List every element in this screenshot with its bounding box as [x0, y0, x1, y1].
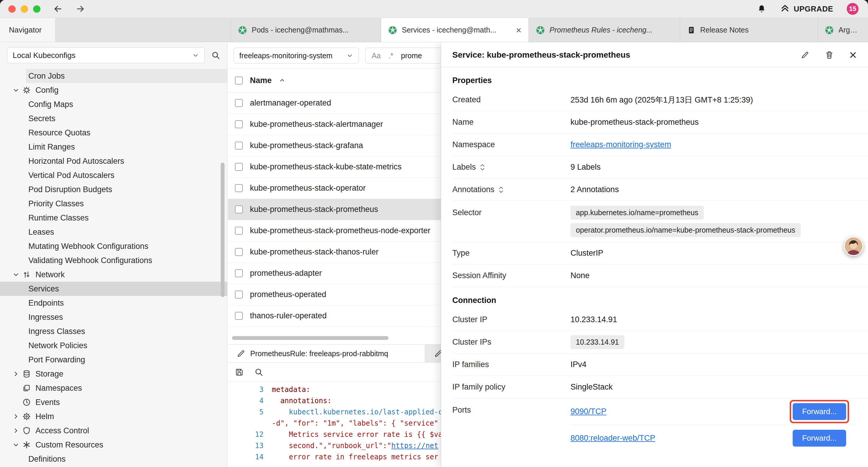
tab-pods-icecheng-mathmas[interactable]: Pods - icecheng@mathmas...	[231, 18, 381, 42]
tab-argo-s[interactable]: Argo S	[818, 18, 868, 42]
sidebar-scrollbar[interactable]	[221, 163, 224, 297]
row-checkbox[interactable]	[235, 142, 243, 150]
selector-chip: operator.prometheus.io/name=kube-prometh…	[570, 223, 801, 237]
sidebar-item-secrets[interactable]: Secrets	[0, 111, 227, 126]
sidebar-item-services[interactable]: Services	[0, 282, 227, 296]
row-checkbox[interactable]	[235, 269, 243, 277]
line-number: 14	[244, 451, 264, 463]
horizontal-scrollbar-thumb[interactable]	[232, 336, 389, 340]
search-value: prome	[401, 52, 422, 60]
row-checkbox[interactable]	[235, 227, 243, 235]
port-link-9090[interactable]: 9090/TCP	[570, 407, 607, 416]
sidebar-item-pod-disruption-budgets[interactable]: Pod Disruption Budgets	[0, 182, 227, 197]
sidebar-item-cron-jobs[interactable]: Cron Jobs	[26, 69, 227, 83]
tab-label: Pods - icecheng@mathmas...	[252, 26, 349, 34]
code-text: Metrics service error rate is {{ $va	[272, 429, 442, 440]
sidebar-item-events[interactable]: Events	[0, 395, 227, 409]
chevron-down-icon[interactable]	[12, 271, 23, 278]
sidebar-item-ingress-classes[interactable]: Ingress Classes	[0, 324, 227, 339]
port-link-8080[interactable]: 8080:reloader-web/TCP	[570, 434, 655, 443]
property-value: 253d 16h 6m ago (2025年1月13日 GMT+8 1:25:3…	[570, 95, 753, 105]
namespace-filter-select[interactable]: freeleaps-monitoring-system	[234, 48, 359, 63]
sidebar-item-definitions[interactable]: Definitions	[0, 452, 227, 466]
chevron-right-icon[interactable]	[12, 413, 23, 420]
forward-button-9090[interactable]: Forward...	[793, 403, 846, 420]
sidebar-item-endpoints[interactable]: Endpoints	[0, 296, 227, 310]
row-checkbox[interactable]	[235, 163, 243, 171]
editor-tab-prometheusrule[interactable]: PrometheusRule: freeleaps-prod-rabbitmq	[228, 345, 425, 362]
chevron-down-icon[interactable]	[12, 441, 23, 448]
edit-button[interactable]	[801, 51, 809, 59]
sidebar-item-horizontal-pod-autoscalers[interactable]: Horizontal Pod Autoscalers	[0, 154, 227, 168]
notifications-bell-icon[interactable]	[757, 4, 766, 13]
sidebar-item-access-control[interactable]: Access Control	[0, 424, 227, 438]
sidebar-item-validating-webhook-configurations[interactable]: Validating Webhook Configurations	[0, 253, 227, 267]
sidebar-item-network-policies[interactable]: Network Policies	[0, 339, 227, 353]
sidebar-item-helm[interactable]: Helm	[0, 409, 227, 424]
close-drawer-button[interactable]: ×	[849, 49, 857, 61]
sidebar-item-limit-ranges[interactable]: Limit Ranges	[0, 140, 227, 154]
row-checkbox[interactable]	[235, 184, 243, 192]
select-all-checkbox[interactable]	[235, 77, 243, 85]
name-column-header[interactable]: Name	[250, 76, 272, 85]
service-name: kube-prometheus-stack-kube-state-metrics	[250, 162, 402, 171]
row-checkbox[interactable]	[235, 312, 243, 320]
config-gear-icon	[23, 86, 35, 94]
match-case-toggle[interactable]: Aa	[372, 52, 381, 60]
delete-button[interactable]	[825, 51, 834, 59]
row-checkbox[interactable]	[235, 291, 243, 298]
sidebar-item-label: Vertical Pod Autoscalers	[28, 171, 114, 180]
helm-wheel-icon	[23, 412, 35, 420]
namespace-link[interactable]: freeleaps-monitoring-system	[570, 140, 671, 149]
sidebar-item-config[interactable]: Config	[0, 83, 227, 97]
property-row-selector: Selector app.kubernetes.io/name=promethe…	[452, 201, 868, 242]
sidebar-search-icon[interactable]	[211, 51, 220, 60]
sidebar-item-mutating-webhook-configurations[interactable]: Mutating Webhook Configurations	[0, 239, 227, 253]
close-window-button[interactable]	[8, 5, 16, 13]
editor-search-icon[interactable]	[254, 368, 263, 377]
notification-count-badge[interactable]: 15	[847, 3, 859, 15]
service-name: kube-prometheus-stack-operator	[250, 183, 366, 193]
sidebar-item-vertical-pod-autoscalers[interactable]: Vertical Pod Autoscalers	[0, 168, 227, 182]
navigator-panel-tab[interactable]: Navigator	[0, 18, 55, 42]
back-button[interactable]	[53, 4, 63, 14]
forward-button-8080[interactable]: Forward...	[793, 430, 846, 447]
chevron-right-icon[interactable]	[12, 427, 23, 434]
tab-services-icecheng-math[interactable]: Services - icecheng@math...×	[381, 18, 529, 42]
sidebar-item-priority-classes[interactable]: Priority Classes	[0, 197, 227, 211]
upgrade-button[interactable]: UPGRADE	[780, 3, 833, 15]
sidebar-item-resource-quotas[interactable]: Resource Quotas	[0, 126, 227, 140]
sidebar-item-custom-resources[interactable]: Custom Resources	[0, 438, 227, 452]
save-icon[interactable]	[235, 368, 244, 377]
zoom-window-button[interactable]	[33, 5, 40, 13]
sort-ascending-icon[interactable]	[279, 77, 285, 84]
row-checkbox[interactable]	[235, 248, 243, 256]
sidebar-item-config-maps[interactable]: Config Maps	[0, 97, 227, 111]
user-avatar[interactable]	[844, 236, 863, 256]
sidebar-item-network[interactable]: Network	[0, 267, 227, 282]
kubeconfig-selector[interactable]: Local Kubeconfigs	[7, 47, 205, 63]
sidebar-item-port-forwarding[interactable]: Port Forwarding	[0, 353, 227, 367]
regex-toggle[interactable]: .*	[389, 52, 394, 60]
row-checkbox[interactable]	[235, 99, 243, 107]
code-text: metadata:	[272, 384, 310, 395]
tab-prometheus-rules-icecheng[interactable]: Prometheus Rules - icecheng...	[529, 18, 680, 42]
sidebar-item-ingresses[interactable]: Ingresses	[0, 310, 227, 324]
sidebar-item-runtime-classes[interactable]: Runtime Classes	[0, 211, 227, 225]
service-name: kube-prometheus-stack-alertmanager	[250, 120, 383, 129]
forward-button[interactable]	[75, 4, 85, 14]
chevron-right-icon[interactable]	[12, 370, 23, 377]
sidebar-item-namespaces[interactable]: Namespaces	[0, 381, 227, 395]
expand-annotations-icon[interactable]	[498, 186, 504, 194]
row-checkbox[interactable]	[235, 120, 243, 128]
edit-pencil-icon	[237, 349, 246, 358]
property-row-name: Name kube-prometheus-stack-prometheus	[452, 111, 868, 134]
sidebar-item-storage[interactable]: Storage	[0, 367, 227, 381]
sidebar-item-leases[interactable]: Leases	[0, 225, 227, 239]
chevron-down-icon[interactable]	[12, 87, 23, 94]
tab-release-notes[interactable]: Release Notes	[680, 18, 818, 42]
row-checkbox[interactable]	[235, 205, 243, 213]
close-tab-icon[interactable]: ×	[516, 25, 522, 35]
expand-labels-icon[interactable]	[479, 164, 486, 171]
minimize-window-button[interactable]	[21, 5, 28, 13]
